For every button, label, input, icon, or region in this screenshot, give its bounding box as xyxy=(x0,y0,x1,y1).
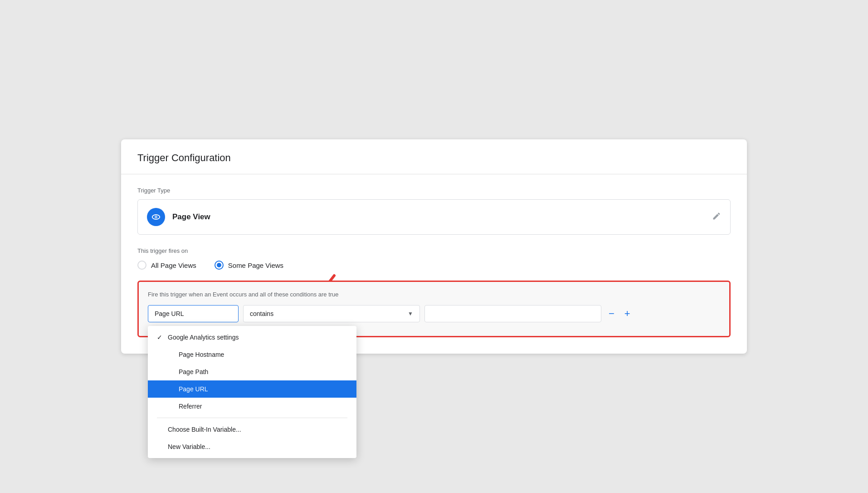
eye-icon xyxy=(147,208,165,226)
card-header: Trigger Configuration xyxy=(121,139,747,174)
dropdown-item-page-path[interactable]: Page Path xyxy=(148,363,356,380)
dropdown-item-label: Page Path xyxy=(179,368,208,375)
condition-label: Fire this trigger when an Event occurs a… xyxy=(148,291,720,298)
fires-on-section: This trigger fires on All Page Views Som… xyxy=(137,247,731,270)
dropdown-item-label: New Variable... xyxy=(168,443,210,450)
svg-point-2 xyxy=(156,217,157,218)
trigger-type-left: Page View xyxy=(147,208,210,226)
dropdown-menu: ✓ Google Analytics settings Page Hostnam… xyxy=(148,326,356,458)
condition-section: Fire this trigger when an Event occurs a… xyxy=(137,281,731,337)
variable-dropdown-container: Page URL ✓ Google Analytics settings Pag… xyxy=(148,305,239,322)
dropdown-divider xyxy=(157,418,347,418)
trigger-type-label: Trigger Type xyxy=(137,187,731,194)
radio-some-label: Some Page Views xyxy=(228,261,283,269)
dropdown-item-label: Page URL xyxy=(179,385,208,393)
value-input[interactable] xyxy=(424,305,601,322)
radio-all-label: All Page Views xyxy=(151,261,196,269)
dropdown-item-label: Google Analytics settings xyxy=(168,334,239,341)
dropdown-item-new-variable[interactable]: New Variable... xyxy=(148,438,356,455)
add-condition-button[interactable]: + xyxy=(622,308,633,320)
dropdown-item-page-hostname[interactable]: Page Hostname xyxy=(148,346,356,363)
operator-text: contains xyxy=(250,310,273,317)
dropdown-item-label: Page Hostname xyxy=(179,351,224,358)
dropdown-item-page-url[interactable]: Page URL xyxy=(148,380,356,398)
main-card: Trigger Configuration Trigger Type Page … xyxy=(121,139,747,354)
edit-icon[interactable] xyxy=(712,212,721,223)
check-icon: ✓ xyxy=(157,334,164,341)
dropdown-item-label: Choose Built-In Variable... xyxy=(168,426,241,433)
page-title: Trigger Configuration xyxy=(137,152,731,164)
dropdown-item-built-in[interactable]: Choose Built-In Variable... xyxy=(148,421,356,438)
trigger-type-name: Page View xyxy=(172,212,210,222)
chevron-down-icon: ▼ xyxy=(408,311,413,317)
trigger-type-box: Page View xyxy=(137,199,731,235)
condition-row: Page URL ✓ Google Analytics settings Pag… xyxy=(148,305,720,322)
variable-selected-text: Page URL xyxy=(155,310,184,317)
radio-some-inner xyxy=(217,263,221,267)
radio-some-page-views[interactable]: Some Page Views xyxy=(215,261,283,270)
dropdown-item-referrer[interactable]: Referrer xyxy=(148,398,356,415)
remove-condition-button[interactable]: − xyxy=(606,308,617,320)
radio-some-outer xyxy=(215,261,224,270)
operator-dropdown[interactable]: contains ▼ xyxy=(243,305,420,322)
variable-dropdown[interactable]: Page URL xyxy=(148,305,239,322)
card-body: Trigger Type Page View xyxy=(121,174,747,354)
radio-all-outer xyxy=(137,261,146,270)
radio-group: All Page Views Some Page Views xyxy=(137,261,731,270)
dropdown-item-label: Referrer xyxy=(179,403,202,410)
radio-all-page-views[interactable]: All Page Views xyxy=(137,261,196,270)
dropdown-item-google-analytics[interactable]: ✓ Google Analytics settings xyxy=(148,329,356,346)
fires-on-label: This trigger fires on xyxy=(137,247,731,254)
